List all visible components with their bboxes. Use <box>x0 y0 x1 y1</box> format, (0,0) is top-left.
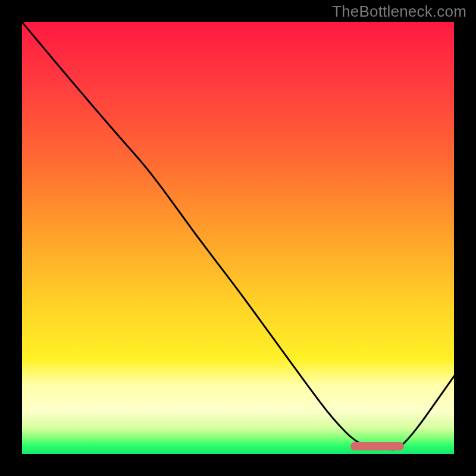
line-curve <box>22 22 454 454</box>
plot-area <box>22 22 454 454</box>
curve-path <box>22 22 454 450</box>
watermark-text: TheBottleneck.com <box>332 2 466 21</box>
chart-canvas: TheBottleneck.com <box>0 0 476 476</box>
optimum-marker <box>350 442 404 450</box>
